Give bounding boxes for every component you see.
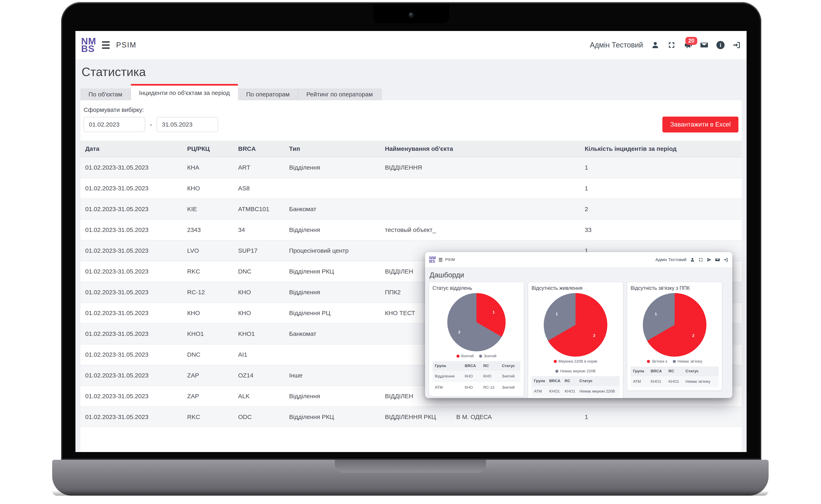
legend-label: Зв'язок є [652,359,668,364]
legend-item: Взятий [457,354,474,358]
table-cell: КНО [233,303,284,323]
notifications-badge: 20 [685,37,697,45]
mini-column-header: Група [532,376,547,386]
table-cell [380,178,580,199]
mini-table-cell: Немає зв'язку [683,376,719,387]
table-cell: DNC [182,344,233,365]
info-icon[interactable] [716,41,725,49]
mini-table-cell: КНО [463,382,481,393]
filter-label: Сформувати вибірку: [84,106,738,113]
tab-by-operators[interactable]: По операторам [238,88,298,100]
mini-table-cell: ATM [532,386,547,397]
laptop-base [52,460,769,496]
filter-row: - Завантажити в Excel [84,117,738,132]
card-table: ГрупаBRCARCСтатусВідділенняКНОКНОЗнятийA… [433,361,521,393]
table-cell: RC-12 [182,282,233,303]
pie-legend: Мережа 220В в норміНемає мережі 220В [532,359,620,373]
table-cell: AI1 [233,344,284,365]
date-to-input[interactable] [157,117,218,132]
table-row: 01.02.2023-31.05.2023234334Відділеннятес… [80,219,742,240]
send-icon[interactable] [707,257,712,262]
table-cell [380,199,580,219]
legend-item: Немає зв'язку [673,359,702,364]
table-cell: 01.02.2023-31.05.2023 [80,261,182,282]
mini-column-header: RC [562,376,577,386]
table-cell: ALK [233,386,284,407]
table-cell: КНА [182,157,233,178]
overlay-menu-icon[interactable] [439,258,443,261]
table-cell: KHO1 [233,323,284,344]
user-icon[interactable] [690,257,695,262]
table-cell: ATMBC101 [233,199,284,219]
mini-table-cell: ATM [433,382,463,393]
mini-table-cell: Відділення [433,371,463,382]
column-header: РЦ/РКЦ [182,141,233,157]
mini-table-row: ВідділенняКНОКНОЗнятий [433,371,521,382]
user-name[interactable]: Адмін Тестовий [590,41,643,49]
app-title: PSIM [116,41,137,49]
mini-column-header: BRCA [648,366,666,376]
fullscreen-icon[interactable] [699,257,703,262]
filter-block: Сформувати вибірку: - Завантажити в Exce… [80,100,742,132]
table-cell: Відділення [284,219,380,240]
table-cell: Відділення РЦ [284,303,380,323]
navbar-right: Адмін Тестовий 20 [590,41,741,49]
camera-notch [373,3,449,23]
table-cell: 2 [580,199,742,219]
table-cell: ВІДДІЛЕННЯ [380,157,580,178]
legend-label: Взятий [461,354,474,358]
tab-incidents-by-objects-period[interactable]: Інциденти по об'єктам за період [131,84,238,100]
fullscreen-icon[interactable] [668,41,676,49]
table-cell: Банкомат [284,323,380,344]
table-cell: RKC [182,261,233,282]
mail-icon[interactable] [700,41,708,49]
table-cell [284,344,380,365]
lid-lift-notch [335,460,486,473]
mini-column-header: Статус [500,361,521,371]
mini-table-row: ATMКНОRC-12Знятий [433,382,521,393]
mail-icon[interactable] [715,257,720,262]
column-header: Кількість інцидентів за період [580,141,742,157]
legend-dot [554,360,557,363]
overlay-user-name[interactable]: Адмін Тестовий [656,257,686,262]
legend-dot [647,360,650,363]
legend-label: Мережа 220В в нормі [559,359,597,364]
page-title: Статистика [82,65,146,79]
legend-item: Знятий [479,354,497,358]
pie-chart-ppk-connection: 21 [643,293,706,357]
user-icon[interactable] [651,41,659,49]
table-cell: КНО [182,303,233,323]
mini-table-cell: Знятий [500,382,521,393]
tab-by-objects[interactable]: По об'єктам [80,88,131,100]
card-table: ГрупаBRCARCСтатусATMKHO1KHO1Немає зв'язк… [631,366,719,387]
table-cell: КНО [182,178,233,199]
table-cell: Відділення [284,157,380,178]
table-cell: Банкомат [284,199,380,219]
date-from-input[interactable] [84,117,145,132]
table-cell: ODC [233,407,284,427]
notifications-wrap[interactable]: 20 [684,41,692,49]
table-cell: RKC [182,407,233,427]
pie-legend: Зв'язок єНемає зв'язку [631,359,719,364]
legend-item: Немає мережі 220В [555,369,596,373]
table-cell: OZ14 [233,365,284,386]
legend-dot [479,355,482,358]
table-cell: 01.02.2023-31.05.2023 [80,303,182,323]
table-cell: КНО [233,282,284,303]
tab-rating-by-operators[interactable]: Рейтинг по операторам [298,88,381,100]
table-cell [284,178,380,199]
table-cell: Процесінговий центр [284,240,380,261]
mini-column-header: Група [631,366,648,376]
logout-icon[interactable] [724,257,728,262]
table-cell: 1 [580,407,742,427]
mini-table-cell: ATM [631,376,648,387]
table-cell: 33 [580,219,742,240]
download-excel-button[interactable]: Завантажити в Excel [662,117,738,132]
camera [408,12,414,18]
logout-icon[interactable] [733,41,741,49]
table-cell: Відділення [284,386,380,407]
incidents-table-header: ДатаРЦ/РКЦBRCAТипНайменування об'єктаКіл… [80,141,742,157]
laptop-screen-shell: NM BS PSIM Адмін Тестовий 20 [61,2,761,460]
menu-icon[interactable] [102,41,110,49]
mini-column-header: RC [481,361,500,371]
